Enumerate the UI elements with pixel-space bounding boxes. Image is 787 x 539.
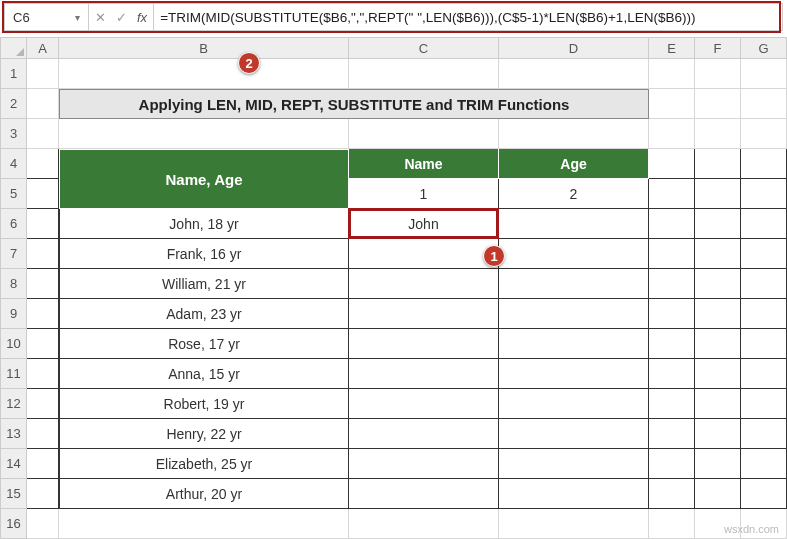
table-cell[interactable]: Rose, 17 yr <box>59 329 349 359</box>
table-cell[interactable]: John, 18 yr <box>59 209 349 239</box>
cell[interactable] <box>695 119 741 149</box>
cell[interactable] <box>649 509 695 539</box>
cell[interactable] <box>27 419 59 449</box>
cell[interactable] <box>649 299 695 329</box>
header-age[interactable]: Age <box>499 149 649 179</box>
table-cell[interactable] <box>499 329 649 359</box>
table-cell[interactable]: Robert, 19 yr <box>59 389 349 419</box>
row-16[interactable]: 16 <box>0 509 27 539</box>
table-cell[interactable]: Elizabeth, 25 yr <box>59 449 349 479</box>
table-cell[interactable] <box>499 389 649 419</box>
header-nameage-merged[interactable]: Name, Age <box>59 149 349 209</box>
select-all-corner[interactable] <box>0 37 27 59</box>
cell[interactable] <box>649 479 695 509</box>
cell[interactable] <box>695 239 741 269</box>
cell[interactable] <box>695 179 741 209</box>
title-cell[interactable]: Applying LEN, MID, REPT, SUBSTITUTE and … <box>59 89 649 119</box>
col-B[interactable]: B <box>59 37 349 59</box>
row-1[interactable]: 1 <box>0 59 27 89</box>
table-cell[interactable] <box>349 479 499 509</box>
cell[interactable] <box>695 149 741 179</box>
table-cell[interactable] <box>349 419 499 449</box>
cell[interactable] <box>649 209 695 239</box>
cell[interactable] <box>741 119 787 149</box>
col-C[interactable]: C <box>349 37 499 59</box>
table-cell[interactable] <box>349 389 499 419</box>
cell[interactable] <box>27 59 59 89</box>
cell[interactable] <box>649 239 695 269</box>
cell[interactable] <box>649 119 695 149</box>
cell[interactable] <box>649 179 695 209</box>
table-cell[interactable] <box>349 299 499 329</box>
cell[interactable] <box>27 119 59 149</box>
cell[interactable] <box>649 329 695 359</box>
cell[interactable] <box>27 359 59 389</box>
cell[interactable] <box>741 89 787 119</box>
table-cell[interactable] <box>499 269 649 299</box>
index-age[interactable]: 2 <box>499 179 649 209</box>
cell[interactable] <box>59 509 349 539</box>
cell[interactable] <box>349 119 499 149</box>
table-cell[interactable] <box>349 269 499 299</box>
cell[interactable] <box>741 269 787 299</box>
cell[interactable] <box>695 359 741 389</box>
row-13[interactable]: 13 <box>0 419 27 449</box>
formula-input[interactable]: =TRIM(MID(SUBSTITUTE($B6,",",REPT(" ",LE… <box>154 4 782 30</box>
cell[interactable] <box>499 509 649 539</box>
chevron-down-icon[interactable]: ▾ <box>75 12 80 23</box>
table-cell[interactable]: William, 21 yr <box>59 269 349 299</box>
cell[interactable] <box>741 479 787 509</box>
cell[interactable] <box>27 479 59 509</box>
col-G[interactable]: G <box>741 37 787 59</box>
table-cell[interactable]: Arthur, 20 yr <box>59 479 349 509</box>
cell[interactable] <box>27 509 59 539</box>
cell[interactable] <box>695 59 741 89</box>
row-2[interactable]: 2 <box>0 89 27 119</box>
col-A[interactable]: A <box>27 37 59 59</box>
cell[interactable] <box>741 59 787 89</box>
cell[interactable] <box>741 209 787 239</box>
cell[interactable] <box>741 179 787 209</box>
cell[interactable] <box>695 299 741 329</box>
col-F[interactable]: F <box>695 37 741 59</box>
cell[interactable] <box>695 389 741 419</box>
row-3[interactable]: 3 <box>0 119 27 149</box>
cell[interactable] <box>695 419 741 449</box>
cell[interactable] <box>27 329 59 359</box>
table-cell[interactable]: Henry, 22 yr <box>59 419 349 449</box>
row-7[interactable]: 7 <box>0 239 27 269</box>
row-5[interactable]: 5 <box>0 179 27 209</box>
cell[interactable] <box>741 389 787 419</box>
table-cell[interactable] <box>499 479 649 509</box>
cell[interactable] <box>741 239 787 269</box>
cell[interactable] <box>695 269 741 299</box>
cell[interactable] <box>59 119 349 149</box>
cell[interactable] <box>27 179 59 209</box>
row-15[interactable]: 15 <box>0 479 27 509</box>
col-D[interactable]: D <box>499 37 649 59</box>
cell[interactable] <box>695 89 741 119</box>
cell[interactable] <box>499 119 649 149</box>
table-cell[interactable] <box>499 359 649 389</box>
col-E[interactable]: E <box>649 37 695 59</box>
table-cell[interactable]: Adam, 23 yr <box>59 299 349 329</box>
table-cell[interactable] <box>499 419 649 449</box>
cell[interactable] <box>741 449 787 479</box>
cell[interactable] <box>349 59 499 89</box>
cell[interactable] <box>649 269 695 299</box>
cell[interactable] <box>649 419 695 449</box>
cell[interactable] <box>27 299 59 329</box>
cell[interactable] <box>649 389 695 419</box>
table-cell[interactable]: Frank, 16 yr <box>59 239 349 269</box>
cell[interactable] <box>27 449 59 479</box>
cell[interactable] <box>695 329 741 359</box>
table-cell[interactable] <box>349 329 499 359</box>
row-14[interactable]: 14 <box>0 449 27 479</box>
cell[interactable] <box>695 209 741 239</box>
row-12[interactable]: 12 <box>0 389 27 419</box>
cell[interactable] <box>649 89 695 119</box>
cell[interactable] <box>741 419 787 449</box>
cell[interactable] <box>59 59 349 89</box>
table-cell[interactable] <box>349 359 499 389</box>
cell[interactable] <box>649 149 695 179</box>
